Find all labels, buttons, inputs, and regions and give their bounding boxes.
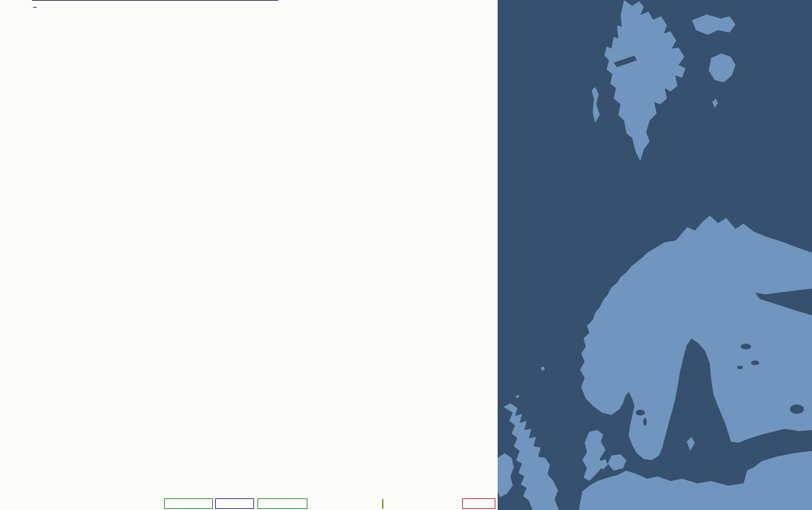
next-day-button[interactable] <box>258 498 307 509</box>
lake-finland-2 <box>751 360 759 365</box>
lake-finland-1 <box>741 344 751 349</box>
europe-map <box>498 0 812 510</box>
page: { "chart": { "title": "Magnetometer Z co… <box>0 0 812 510</box>
to-menu-button[interactable] <box>215 498 254 509</box>
component-selector <box>382 499 383 509</box>
lake-vattern <box>643 418 647 426</box>
lake-vanern <box>636 410 645 416</box>
prev-day-button[interactable] <box>164 498 213 509</box>
page-title <box>33 0 37 8</box>
map-graphic <box>498 0 812 510</box>
magnetogram-panel <box>0 0 498 510</box>
realtime-button[interactable] <box>462 498 495 509</box>
land-shetland <box>541 367 545 370</box>
lake-ladoga <box>790 405 804 414</box>
lake-finland-3 <box>737 366 743 369</box>
top-hairline <box>32 0 278 1</box>
land-orkney <box>516 395 519 398</box>
magnetogram-plot <box>0 0 498 510</box>
